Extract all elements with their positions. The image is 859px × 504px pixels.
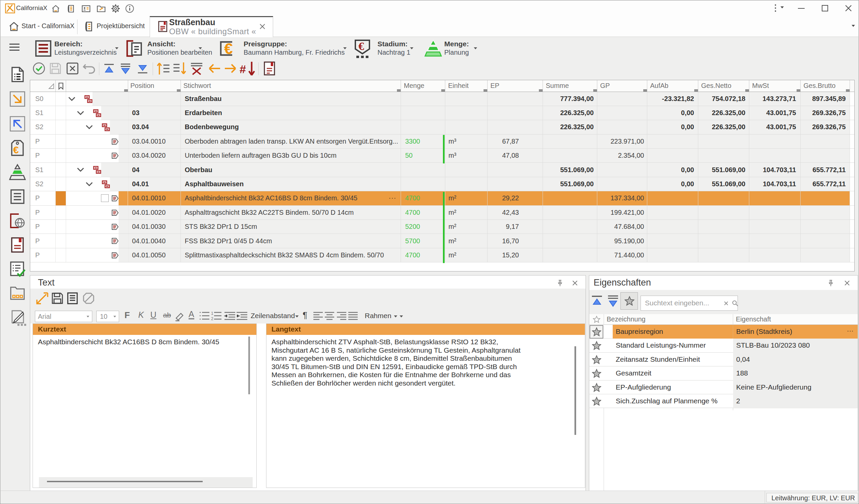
svg-text:€: € (13, 144, 19, 155)
svg-text:€: € (224, 40, 233, 57)
svg-text:€: € (358, 40, 364, 52)
svg-text:2: 2 (211, 317, 213, 321)
svg-text:1: 1 (211, 311, 213, 316)
